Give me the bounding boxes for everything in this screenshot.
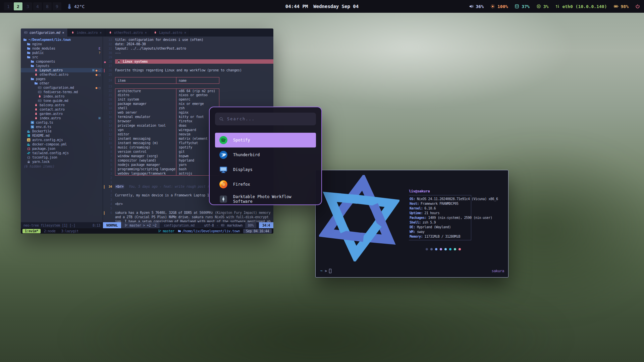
tree-item[interactable]: config.ts bbox=[21, 120, 103, 125]
astro-icon bbox=[38, 95, 42, 98]
tree-item[interactable]: garden.astro bbox=[21, 112, 103, 116]
tree-item[interactable]: yarn.lock bbox=[21, 160, 103, 164]
workspace-1[interactable]: 1 bbox=[4, 2, 13, 10]
launcher-item[interactable]: Darktable Photo Workflow Software bbox=[215, 192, 316, 205]
astro-icon bbox=[71, 31, 74, 34]
status-modules: 36%100%37%3%eth0 (10.0.0.140)98% bbox=[469, 4, 640, 9]
folder-icon bbox=[178, 229, 181, 233]
tab-index.astro[interactable]: index.astro bbox=[68, 28, 105, 37]
palette-dot bbox=[435, 248, 437, 250]
temperature-module: 42°C bbox=[67, 4, 85, 9]
launcher-item[interactable]: Firefox bbox=[215, 177, 316, 192]
tree-item[interactable]: public? bbox=[21, 51, 103, 55]
line-number: 17 bbox=[103, 111, 115, 114]
tree-items: nginxnode_modulesEpublic?srccomponentsla… bbox=[21, 42, 103, 164]
buffer-line: 19package managernix or emerge bbox=[103, 102, 273, 106]
tmux-windows: 1:nvim*2:node3:lazygit bbox=[22, 229, 81, 233]
disk-module[interactable]: 37% bbox=[515, 4, 529, 9]
info-value: 21 hours bbox=[424, 211, 439, 215]
tab-configuration.md[interactable]: configuration.md bbox=[21, 28, 68, 37]
close-icon[interactable] bbox=[62, 31, 64, 35]
shell-prompt[interactable]: ~ > bbox=[320, 269, 331, 273]
tree-item[interactable]: README.md bbox=[21, 133, 103, 138]
line-number: 25 bbox=[103, 73, 115, 76]
line-number: 11 bbox=[103, 137, 115, 140]
table-cell: architecture bbox=[115, 88, 176, 93]
tree-item[interactable]: other bbox=[21, 81, 103, 85]
buffer-line: 26▎Favorite things regarding Linux and m… bbox=[103, 68, 273, 72]
tab-otherPost.astro[interactable]: otherPost.astro bbox=[105, 28, 151, 37]
workspace-4[interactable]: 4 bbox=[33, 2, 42, 10]
statusline-right: utf-8 markdown 80% 34:4 bbox=[204, 222, 273, 228]
cpu-module[interactable]: 3% bbox=[536, 4, 549, 9]
line-number: 18 bbox=[103, 107, 115, 110]
lock-icon bbox=[27, 160, 31, 164]
workspace-9[interactable]: 9 bbox=[53, 2, 61, 10]
tree-item[interactable]: astro.config.mjs bbox=[21, 138, 103, 142]
tree-item[interactable]: fediverse-terms.md bbox=[21, 90, 103, 94]
tree-item[interactable]: tailwind.config.mjs bbox=[21, 151, 103, 155]
line-number: 6▎ bbox=[103, 211, 115, 215]
line-number: 34▎ bbox=[103, 185, 115, 188]
tree-item[interactable]: Dockerfile bbox=[21, 129, 103, 133]
tmux-window[interactable]: 2:node bbox=[42, 229, 58, 233]
tree-item[interactable]: components bbox=[21, 59, 103, 64]
fastfetch-line: Packages:1409 (nix-system), 2590 (nix-us… bbox=[410, 215, 471, 220]
tree-root-label: ~/Development/liv.town bbox=[29, 38, 71, 42]
launcher-search[interactable] bbox=[215, 113, 316, 125]
launcher-item[interactable]: Displays bbox=[215, 162, 316, 177]
astro-icon bbox=[34, 103, 38, 107]
tmux-window[interactable]: 3:lazygit bbox=[59, 229, 81, 233]
tree-item[interactable]: tone-guide.md bbox=[21, 99, 103, 103]
badge: E bbox=[99, 47, 100, 50]
terminal-window[interactable]: liv@sakura OS:NixOS 24.11.20240828.71e91… bbox=[315, 170, 508, 278]
tree-item[interactable]: env.d.ts bbox=[21, 125, 103, 129]
astro-icon bbox=[109, 31, 112, 34]
line-number: 2 bbox=[103, 194, 115, 197]
badge: ? bbox=[99, 51, 100, 55]
network-module[interactable]: eth0 (10.0.0.140) bbox=[555, 4, 607, 9]
tree-item[interactable]: node_modulesE bbox=[21, 46, 103, 51]
workspace-2[interactable]: 2 bbox=[14, 2, 22, 10]
tree-item[interactable]: src bbox=[21, 55, 103, 59]
line-number: 9 bbox=[103, 146, 115, 149]
tree-item-label: index.astro bbox=[43, 95, 64, 98]
fastfetch-line: Host:Framework FRANMDCP05 bbox=[410, 201, 471, 206]
battery-module[interactable]: 98% bbox=[614, 4, 629, 9]
line-number: 8 bbox=[103, 150, 115, 154]
tree-item[interactable]: configuration.md●□ bbox=[21, 85, 103, 90]
statusline-filename: configuration.md bbox=[160, 222, 199, 228]
workspace-3[interactable]: 3 bbox=[23, 2, 32, 10]
launcher-item-label: Darktable Photo Workflow Software bbox=[233, 194, 312, 204]
right-prompt: sakura bbox=[492, 269, 504, 273]
tmux-window[interactable]: 1:nvim* bbox=[22, 229, 41, 233]
launcher-item[interactable]: Spotify bbox=[215, 133, 316, 147]
tree-item[interactable]: balcony.astro bbox=[21, 103, 103, 107]
battery-icon bbox=[614, 4, 619, 9]
tree-item[interactable]: layouts bbox=[21, 64, 103, 68]
launcher-item[interactable]: Thunderbird bbox=[215, 147, 316, 162]
tree-item[interactable]: index.astro bbox=[21, 94, 103, 99]
tab-Layout.astro[interactable]: Layout.astro bbox=[150, 28, 190, 37]
tree-item[interactable]: docker-compose.yml bbox=[21, 142, 103, 146]
tree-item[interactable]: otherPost.astro●□ bbox=[21, 72, 103, 77]
table-cell: editor bbox=[115, 132, 176, 136]
tree-item[interactable]: Layout.astroH●□ bbox=[21, 68, 103, 72]
search-input[interactable] bbox=[227, 117, 312, 121]
workspace-8[interactable]: 8 bbox=[43, 2, 52, 10]
tree-item[interactable]: pages bbox=[21, 77, 103, 81]
workspaces: 123489 bbox=[4, 2, 61, 10]
tree-item[interactable]: tsconfig.json bbox=[21, 155, 103, 160]
tree-root[interactable]: ~/Development/liv.town bbox=[21, 38, 103, 42]
close-icon[interactable] bbox=[145, 31, 147, 35]
volume-module[interactable]: 36% bbox=[469, 4, 484, 9]
buffer-line: 6▎sakura has a Ryzen 5 7640U, 32GB of DD… bbox=[103, 210, 273, 215]
close-icon[interactable] bbox=[100, 31, 102, 35]
tree-item[interactable]: package.json bbox=[21, 146, 103, 151]
updates-module[interactable]: 100% bbox=[490, 4, 508, 9]
tree-item[interactable]: nginx bbox=[21, 42, 103, 46]
tree-item[interactable]: contact.astro bbox=[21, 107, 103, 112]
power-module[interactable] bbox=[635, 4, 640, 9]
close-icon[interactable] bbox=[184, 31, 186, 35]
tree-item[interactable]: index.astroH bbox=[21, 116, 103, 120]
